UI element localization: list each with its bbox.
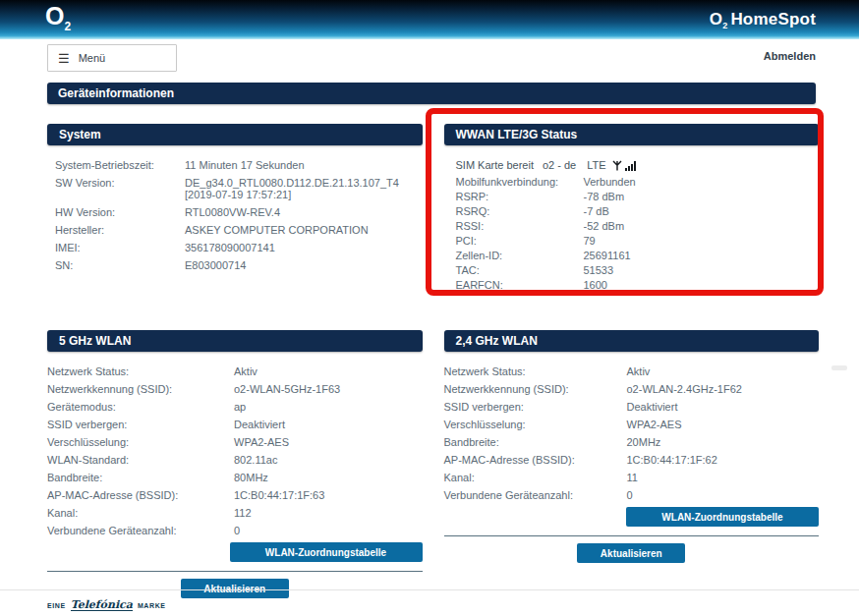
info-label: Verschlüsselung:: [47, 436, 234, 448]
info-label: RSRQ:: [456, 205, 584, 217]
info-row: SW Version:DE_g34.0_RTL0080.D112.DE.21.1…: [47, 177, 423, 200]
info-label: Netzwerk Status:: [47, 365, 234, 377]
info-label: Verbundene Geräteanzahl:: [47, 525, 234, 536]
system-rows: System-Betriebszeit:11 Minuten 17 Sekund…: [47, 159, 423, 271]
info-value: o2-WLAN-2.4GHz-1F62: [627, 383, 820, 395]
wlan24-section-header: 2,4 GHz WLAN: [444, 330, 820, 352]
info-label: Bandbreite:: [47, 472, 234, 483]
wlan24-refresh-button-row: Aktualisieren: [444, 543, 820, 563]
operator-name: o2 - de: [543, 159, 576, 171]
page-title: Geräteinformationen: [47, 83, 816, 104]
toolbar: ☰ Menü Abmelden: [47, 44, 816, 72]
info-row: Bandbreite:80MHz: [47, 472, 423, 483]
system-card: System System-Betriebszeit:11 Minuten 17…: [47, 124, 423, 330]
wwan-card: WWAN LTE/3G Status SIM Karte bereit o2 -…: [444, 124, 820, 330]
info-value: RTL0080VW-REV.4: [185, 206, 423, 218]
scroll-indicator[interactable]: [831, 365, 847, 370]
info-row: System-Betriebszeit:11 Minuten 17 Sekund…: [47, 159, 423, 171]
info-value: -52 dBm: [584, 220, 820, 232]
sim-status-line: SIM Karte bereit o2 - de LTE: [444, 159, 820, 171]
footer: EINE Telefónica MARKE: [0, 589, 859, 611]
info-label: Gerätemodus:: [47, 401, 234, 413]
info-value: 80MHz: [234, 472, 423, 483]
info-row: Netzwerk Status:Aktiv: [444, 365, 820, 377]
info-value: o2-WLAN-5GHz-1F63: [234, 383, 423, 395]
info-row: Mobilfunkverbindung:Verbunden: [444, 176, 820, 188]
wlan5-table-button-row: WLAN-Zuordnungstabelle: [47, 542, 423, 562]
info-value: 20MHz: [627, 436, 820, 448]
info-label: SW Version:: [55, 177, 185, 200]
info-label: AP-MAC-Adresse (BSSID):: [444, 454, 627, 466]
info-label: Kanal:: [444, 472, 627, 483]
hamburger-icon: ☰: [58, 52, 70, 65]
info-label: Zellen-ID:: [456, 250, 584, 261]
o2-logo-letter: O: [45, 2, 64, 29]
menu-button[interactable]: ☰ Menü: [47, 44, 177, 72]
info-label: HW Version:: [55, 206, 185, 218]
info-label: Netzwerk Status:: [444, 365, 627, 377]
info-label: Bandbreite:: [444, 436, 627, 448]
info-row: Gerätemodus:ap: [47, 401, 423, 413]
info-value: 356178090007141: [185, 242, 423, 253]
logout-link[interactable]: Abmelden: [764, 50, 816, 62]
info-label: PCI:: [456, 235, 584, 247]
info-label: Kanal:: [47, 507, 234, 519]
header-banner: O2 O2HomeSpot: [0, 0, 859, 39]
info-label: RSRP:: [456, 191, 584, 202]
o2-logo-sub: 2: [64, 20, 71, 33]
info-value: 11 Minuten 17 Sekunden: [185, 159, 423, 171]
info-label: SSID verbergen:: [47, 419, 234, 430]
signal-strength-icon: [612, 160, 636, 171]
info-row: WLAN-Standard:802.11ac: [47, 454, 423, 466]
info-row: Verschlüsselung:WPA2-AES: [47, 436, 423, 448]
bottom-row: 5 GHz WLAN Netzwerk Status:AktivNetzwerk…: [47, 330, 819, 598]
info-row: Verbundene Geräteanzahl:0: [444, 489, 820, 501]
signal-bar: [631, 164, 633, 171]
info-value: -78 dBm: [584, 191, 820, 202]
info-row: SSID verbergen:Deaktiviert: [47, 419, 423, 430]
info-label: EARFCN:: [456, 279, 584, 291]
info-value: 25691161: [584, 250, 820, 261]
info-value: 1C:B0:44:17:1F:62: [627, 454, 820, 466]
sim-status-text: SIM Karte bereit: [456, 159, 534, 171]
wlan5-card: 5 GHz WLAN Netzwerk Status:AktivNetzwerk…: [47, 330, 423, 598]
info-row: Verbundene Geräteanzahl:0: [47, 525, 423, 536]
info-row: SN:E803000714: [47, 259, 423, 271]
info-row: IMEI:356178090007141: [47, 242, 423, 253]
info-value: 1C:B0:44:17:1F:63: [234, 489, 423, 501]
info-value: WPA2-AES: [234, 436, 423, 448]
brand-suffix: MARKE: [138, 602, 166, 609]
top-row: System System-Betriebszeit:11 Minuten 17…: [47, 124, 819, 330]
info-value: 802.11ac: [234, 454, 423, 466]
brand-prefix: EINE: [47, 602, 66, 609]
info-label: Netzwerkkennung (SSID):: [47, 383, 234, 395]
info-label: System-Betriebszeit:: [55, 159, 185, 171]
info-label: Netzwerkkennung (SSID):: [444, 383, 627, 395]
info-row: Bandbreite:20MHz: [444, 436, 820, 448]
wlan5-mapping-table-button[interactable]: WLAN-Zuordnungstabelle: [230, 542, 423, 562]
info-row: Netzwerkkennung (SSID):o2-WLAN-5GHz-1F63: [47, 383, 423, 395]
info-value: 79: [584, 235, 820, 247]
info-row: AP-MAC-Adresse (BSSID):1C:B0:44:17:1F:63: [47, 489, 423, 501]
network-type-label: LTE: [587, 159, 605, 171]
info-label: Verschlüsselung:: [444, 419, 627, 430]
info-row: HW Version:RTL0080VW-REV.4: [47, 206, 423, 218]
signal-bar: [625, 168, 627, 171]
product-o: O: [710, 10, 722, 28]
info-value: Deaktiviert: [234, 419, 423, 430]
info-value: ap: [234, 401, 423, 413]
wwan-rows: Mobilfunkverbindung:VerbundenRSRP:-78 dB…: [444, 176, 820, 291]
wwan-section-header: WWAN LTE/3G Status: [444, 124, 820, 145]
wlan24-refresh-button[interactable]: Aktualisieren: [577, 543, 685, 563]
product-title: O2HomeSpot: [710, 10, 816, 30]
info-row: AP-MAC-Adresse (BSSID):1C:B0:44:17:1F:62: [444, 454, 820, 466]
info-value: DE_g34.0_RTL0080.D112.DE.21.13.107_T4 [2…: [185, 177, 423, 200]
wlan24-mapping-table-button[interactable]: WLAN-Zuordnungstabelle: [626, 507, 819, 527]
info-row: Hersteller:ASKEY COMPUTER CORPORATION: [47, 224, 423, 236]
info-row: EARFCN:1600: [444, 279, 820, 291]
info-row: Kanal:11: [444, 472, 820, 483]
info-value: -7 dB: [584, 205, 820, 217]
divider: [444, 535, 820, 536]
info-label: TAC:: [456, 264, 584, 276]
info-row: RSRQ:-7 dB: [444, 205, 820, 217]
